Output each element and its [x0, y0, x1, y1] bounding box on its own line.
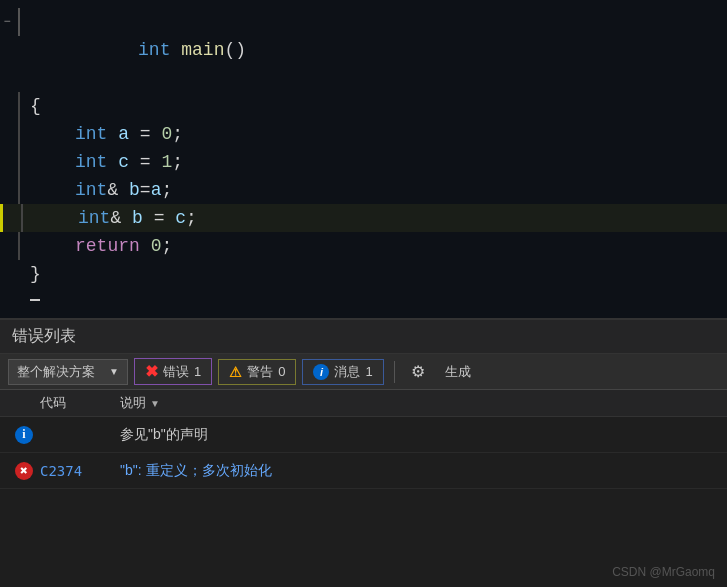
panel-toolbar: 整个解决方案 ▼ ✖ 错误 1 ⚠ 警告 0 i 消息 1 [0, 354, 727, 390]
code-text: { [0, 92, 41, 120]
app-root: − int main() { int a = 0; int c = 1; [0, 0, 727, 587]
scope-selector[interactable]: 整个解决方案 ▼ [8, 359, 128, 385]
gen-label: 生成 [445, 364, 471, 379]
errors-count: 1 [194, 364, 201, 379]
scope-label: 整个解决方案 [17, 363, 95, 381]
warnings-label: 警告 [247, 363, 273, 381]
editor-area: − int main() { int a = 0; int c = 1; [0, 0, 727, 320]
code-text: int& b = c; [3, 204, 197, 232]
warning-icon: ⚠ [229, 364, 242, 380]
code-text: int& b=a; [0, 176, 172, 204]
code-line-6: int& b = c; [0, 204, 727, 232]
table-row-2[interactable]: ✖ C2374 "b": 重定义；多次初始化 [0, 453, 727, 489]
code-text: int a = 0; [0, 120, 183, 148]
info-icon: i [313, 364, 329, 380]
code-line-3: int a = 0; [0, 120, 727, 148]
error-icon: ✖ [145, 362, 158, 381]
desc-col-label: 说明 [120, 394, 146, 412]
messages-label: 消息 [334, 363, 360, 381]
messages-count: 1 [365, 364, 372, 379]
code-text: return 0; [0, 232, 172, 260]
chevron-down-icon: ▼ [109, 366, 119, 377]
code-text: int c = 1; [0, 148, 183, 176]
info-badge-icon: i [15, 426, 33, 444]
warnings-count: 0 [278, 364, 285, 379]
error-badge-button[interactable]: ✖ 错误 1 [134, 358, 212, 385]
errors-label: 错误 [163, 363, 189, 381]
row-icon-2: ✖ [8, 462, 40, 480]
code-line-1: − int main() [0, 8, 727, 92]
code-container: − int main() { int a = 0; int c = 1; [0, 0, 727, 301]
toolbar-separator [394, 361, 395, 383]
desc-sort-icon[interactable]: ▼ [150, 398, 160, 409]
code-line-4: int c = 1; [0, 148, 727, 176]
row-desc-1: 参见"b"的声明 [120, 426, 719, 444]
panel-title: 错误列表 [12, 327, 76, 344]
warning-badge-button[interactable]: ⚠ 警告 0 [218, 359, 296, 385]
panel-header: 错误列表 [0, 320, 727, 354]
col-desc-header: 说明 ▼ [120, 394, 719, 412]
bottom-panel: 错误列表 整个解决方案 ▼ ✖ 错误 1 ⚠ 警告 0 i 消 [0, 320, 727, 587]
table-header: 代码 说明 ▼ [0, 390, 727, 417]
filter-icon: ⚙ [411, 363, 425, 380]
code-line-7: return 0; [0, 232, 727, 260]
code-line-2: { [0, 92, 727, 120]
code-text: } [0, 260, 41, 288]
error-badge-icon: ✖ [15, 462, 33, 480]
fold-indicator[interactable]: − [3, 15, 10, 29]
watermark: CSDN @MrGaomq [612, 565, 715, 579]
row-code-2: C2374 [40, 463, 120, 479]
filter-button[interactable]: ⚙ [405, 359, 431, 384]
code-text: int main() [0, 8, 246, 92]
code-col-label: 代码 [40, 395, 66, 410]
table-row-1[interactable]: i 参见"b"的声明 [0, 417, 727, 453]
gen-button[interactable]: 生成 [437, 360, 479, 384]
row-icon-1: i [8, 426, 40, 444]
code-line-5: int& b=a; [0, 176, 727, 204]
code-line-8: } [0, 260, 727, 288]
cursor-line [0, 288, 727, 293]
message-badge-button[interactable]: i 消息 1 [302, 359, 383, 385]
col-code-header: 代码 [40, 394, 120, 412]
row-desc-2: "b": 重定义；多次初始化 [120, 462, 719, 480]
